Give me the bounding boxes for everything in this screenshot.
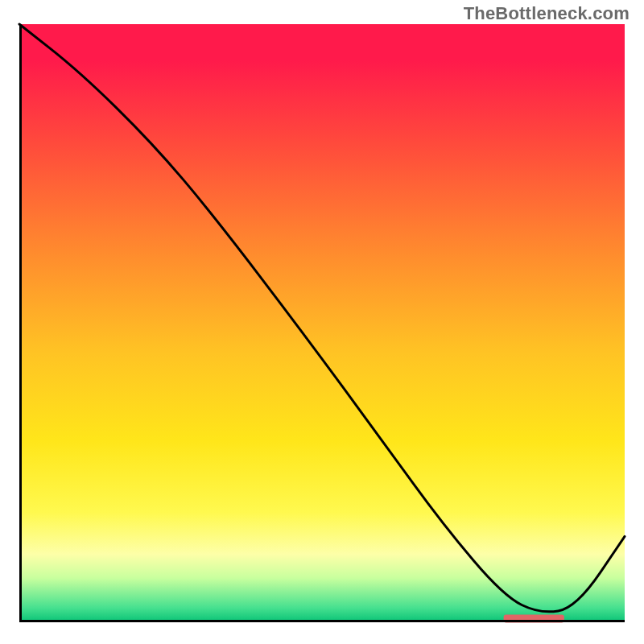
curve-svg: [19, 24, 625, 620]
chart-page: TheBottleneck.com: [0, 0, 644, 644]
y-axis: [19, 24, 22, 620]
watermark-text: TheBottleneck.com: [464, 3, 630, 24]
x-axis: [19, 620, 625, 622]
bottleneck-curve: [19, 24, 625, 612]
